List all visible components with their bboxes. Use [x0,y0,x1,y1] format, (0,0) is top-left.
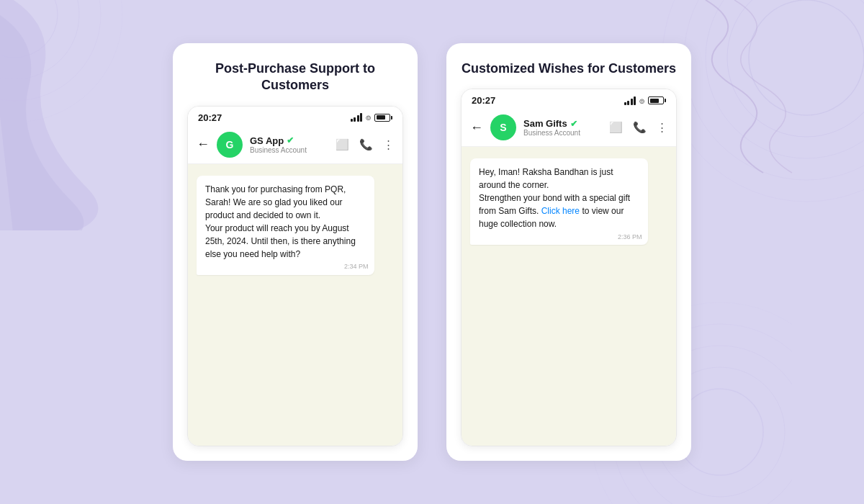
svg-point-1 [0,0,79,79]
right-message-time: 2:36 PM [618,233,642,243]
left-avatar: G [217,132,243,158]
right-message-bubble: Hey, Iman! Raksha Bandhan is just around… [470,158,648,245]
right-card: Customized Wishes for Customers 20:27 ⌾ [446,43,691,461]
left-phone-mockup: 20:27 ⌾ ← G [187,106,403,446]
left-card: Post-Purchase Support to Customers 20:27… [173,43,418,461]
left-contact-info: GS App ✔ Business Account [250,135,328,154]
svg-point-4 [749,0,864,115]
right-contact-name: Sam Gifts ✔ [523,118,602,129]
svg-point-5 [727,0,864,137]
right-header-actions: ⬜ 📞 ⋮ [609,121,667,134]
left-wifi-icon: ⌾ [366,112,371,122]
svg-point-0 [0,0,58,58]
right-phone-mockup: 20:27 ⌾ ← S [461,89,677,446]
right-message-text: Hey, Iman! Raksha Bandhan is just around… [479,167,630,229]
left-status-time: 20:27 [198,112,222,123]
right-chat-body: Hey, Iman! Raksha Bandhan is just around… [462,147,676,446]
left-contact-status: Business Account [250,146,328,154]
right-contact-info: Sam Gifts ✔ Business Account [523,118,602,137]
right-contact-status: Business Account [523,129,602,137]
svg-point-3 [0,0,122,122]
right-battery-icon [648,96,666,104]
left-signal-icon [351,113,363,122]
right-signal-icon [624,96,636,105]
left-phone-icon[interactable]: 📞 [359,138,373,151]
right-menu-icon[interactable]: ⋮ [657,121,667,134]
left-verified-badge: ✔ [287,135,294,145]
svg-point-2 [0,0,101,101]
left-message-time: 2:34 PM [344,262,369,272]
click-here-link[interactable]: Click here [541,206,580,216]
right-back-arrow[interactable]: ← [470,120,483,135]
right-video-icon[interactable]: ⬜ [609,121,623,134]
svg-point-7 [684,0,864,180]
left-status-icons: ⌾ [351,112,393,122]
right-chat-header: ← S Sam Gifts ✔ Business Account ⬜ 📞 ⋮ [462,109,676,147]
right-phone-icon[interactable]: 📞 [633,121,647,134]
left-card-title: Post-Purchase Support to Customers [187,60,403,94]
right-status-icons: ⌾ [624,96,667,106]
left-status-bar: 20:27 ⌾ [188,107,402,126]
right-status-time: 20:27 [472,95,495,106]
left-back-arrow[interactable]: ← [197,137,210,152]
left-message-bubble: Thank you for purchasing from PQR, Sarah… [197,176,374,275]
right-verified-badge: ✔ [570,119,577,129]
right-status-bar: 20:27 ⌾ [462,89,676,109]
left-battery-icon [374,114,392,122]
left-chat-body: Thank you for purchasing from PQR, Sarah… [188,164,402,446]
right-card-title: Customized Wishes for Customers [461,60,677,77]
left-contact-name: GS App ✔ [250,135,328,146]
left-menu-icon[interactable]: ⋮ [383,138,394,151]
left-header-actions: ⬜ 📞 ⋮ [336,138,394,151]
svg-point-8 [662,0,864,202]
left-chat-header: ← G GS App ✔ Business Account ⬜ 📞 ⋮ [188,126,402,164]
svg-point-6 [706,0,864,158]
right-avatar: S [490,114,516,140]
left-video-icon[interactable]: ⬜ [336,138,349,151]
right-wifi-icon: ⌾ [639,96,644,106]
left-message-text: Thank you for purchasing from PQR, Sarah… [205,184,356,259]
